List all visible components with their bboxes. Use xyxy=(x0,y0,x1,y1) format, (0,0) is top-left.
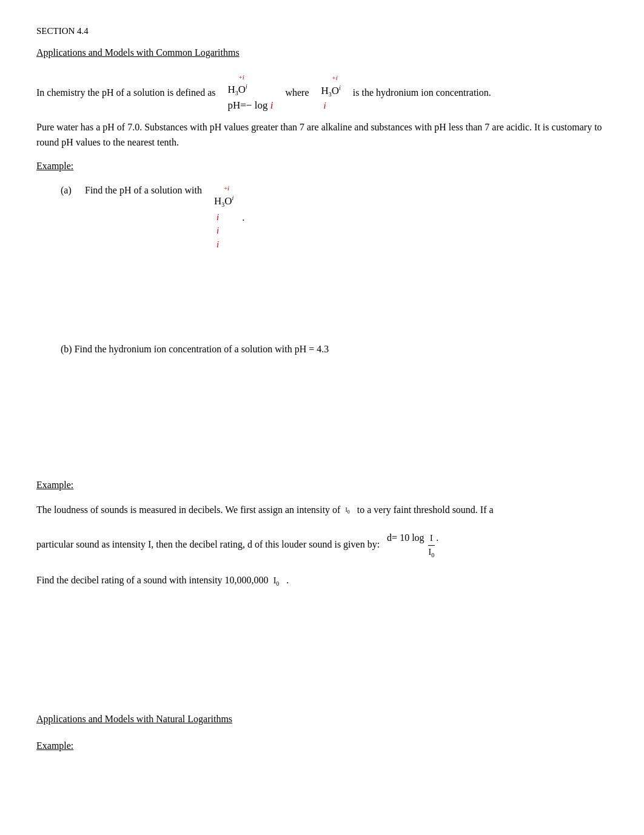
decibel-intro: The loudness of sounds is measured in de… xyxy=(36,502,608,518)
ph-intro-text: In chemistry the pH of a solution is def… xyxy=(36,86,216,100)
ph-main-formula: +i H3Oi pH=− log i xyxy=(228,72,273,113)
example1-part-b: (b) Find the hydronium ion concentration… xyxy=(61,342,608,357)
section-title: SECTION 4.4 xyxy=(36,24,608,38)
natural-log-subtitle: Applications and Models with Natural Log… xyxy=(36,712,608,726)
example1-label: Example: xyxy=(36,159,608,173)
example1-part-a: (a) Find the pH of a solution with +i H3… xyxy=(61,183,608,251)
decibel-particular: particular sound as intensity I, then th… xyxy=(36,530,608,560)
part-a-period: . xyxy=(242,210,244,226)
find-decibel: Find the decibel rating of a sound with … xyxy=(36,572,608,588)
part-b-text: Find the hydronium ion concentration of … xyxy=(75,344,329,354)
I0-symbol-1: I0 xyxy=(345,505,349,517)
part-b-label: (b) xyxy=(61,344,75,354)
part-a-formula: +i H3Oi i i i xyxy=(214,183,233,251)
example3-label: Example: xyxy=(36,739,608,753)
ph-definition-row: In chemistry the pH of a solution is def… xyxy=(36,72,608,113)
part-a-label: (a) xyxy=(61,183,79,198)
where-text: where xyxy=(285,86,309,100)
decibel-formula: d= 10 log I I0 . xyxy=(387,530,438,560)
part-a-text: Find the pH of a solution with xyxy=(85,183,202,198)
pure-water-paragraph: Pure water has a pH of 7.0. Substances w… xyxy=(36,119,608,150)
example2-label: Example: xyxy=(36,478,608,492)
I0-symbol-2: I0 xyxy=(273,574,280,589)
hydronium-text: is the hydronium ion concentration. xyxy=(353,86,491,100)
ph-where-formula: +i H3Oi i xyxy=(321,73,341,112)
section-subtitle: Applications and Models with Common Loga… xyxy=(36,45,608,60)
